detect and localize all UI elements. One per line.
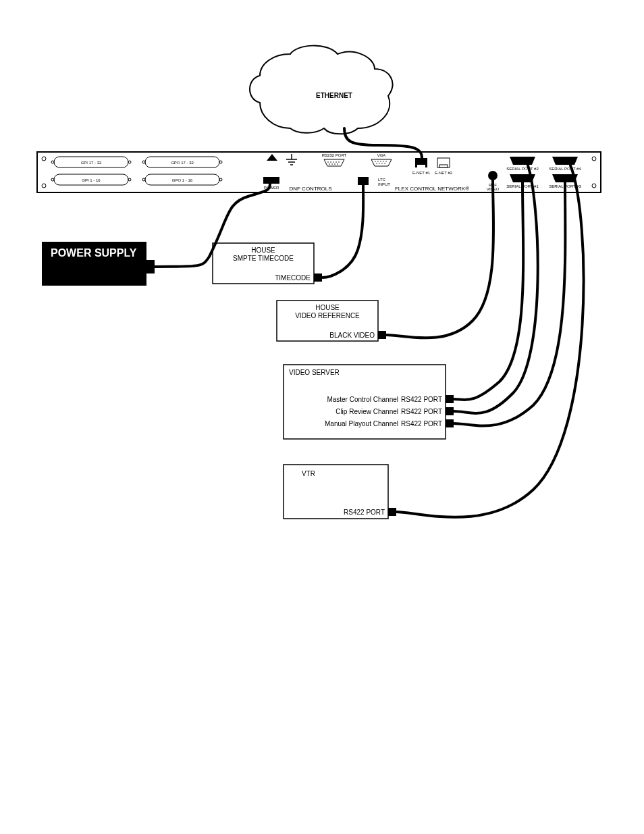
svg-point-23	[333, 161, 334, 163]
svg-point-29	[337, 163, 338, 165]
ltc-label-1: LTC	[378, 178, 386, 182]
svg-point-21	[327, 161, 329, 163]
svg-point-36	[379, 163, 379, 163]
power-supply-label: POWER SUPPLY	[51, 247, 137, 259]
server-row1-name: Master Control Channel	[327, 396, 398, 403]
server-row1-port: RS422 PORT	[401, 396, 442, 403]
server-row3-name: Manual Playout Channel	[325, 420, 398, 427]
svg-point-22	[330, 161, 331, 163]
server-row2-name: Clip Review Channel	[336, 408, 398, 415]
gpi-1-16-label: GPI 1 - 16	[82, 178, 101, 182]
vga-port-icon	[371, 159, 392, 166]
timecode-title-1: HOUSE	[251, 246, 275, 254]
timecode-port-label: TIMECODE	[275, 274, 311, 282]
brand-label: DNF CONTROLS	[289, 186, 331, 192]
videoref-title-2: VIDEO REFERENCE	[295, 312, 360, 319]
enet1-label: E-NET #1	[412, 171, 431, 175]
gpi-17-32-label: GPI 17 - 32	[81, 161, 102, 165]
svg-point-30	[375, 161, 375, 161]
videoref-port-label: BLACK VIDEO	[329, 332, 375, 339]
vtr-port-label: RS422 PORT	[344, 509, 385, 516]
vga-label: VGA	[377, 153, 386, 157]
videoref-title-1: HOUSE	[315, 304, 340, 311]
vtr-box: VTR RS422 PORT	[284, 465, 396, 519]
timecode-title-2: SMPTE TIMECODE	[233, 255, 294, 262]
svg-point-28	[334, 163, 336, 165]
svg-text:SERIAL PORT #2: SERIAL PORT #2	[506, 167, 539, 171]
wiring-diagram: ETHERNET GPI 17 - 32 GPI 1 - 16 GPO 17 -…	[0, 0, 644, 834]
power-plug-icon	[263, 177, 279, 184]
svg-point-27	[331, 163, 333, 165]
svg-point-33	[383, 161, 383, 161]
ethernet-cloud: ETHERNET	[250, 46, 392, 134]
svg-point-37	[381, 163, 382, 163]
svg-point-26	[329, 163, 330, 165]
gpo-17-32-label: GPO 17 - 32	[171, 161, 194, 165]
ltc-label-2: INPUT	[378, 182, 390, 186]
svg-point-31	[377, 161, 378, 161]
svg-point-38	[384, 163, 385, 163]
ref-video-port-icon	[488, 171, 498, 180]
svg-rect-40	[439, 165, 448, 167]
server-row3-port: RS422 PORT	[401, 420, 442, 427]
video-server-title: VIDEO SERVER	[289, 369, 340, 376]
svg-point-25	[338, 161, 340, 163]
power-supply: POWER SUPPLY	[42, 242, 155, 286]
house-timecode-box: HOUSE SMPTE TIMECODE TIMECODE	[213, 243, 322, 284]
rack-panel: GPI 17 - 32 GPI 1 - 16 GPO 17 - 32 GPO 1…	[37, 152, 601, 192]
server-row2-port: RS422 PORT	[401, 408, 442, 415]
ethernet-label: ETHERNET	[316, 92, 352, 99]
rs232-port-icon	[324, 159, 344, 166]
vtr-title: VTR	[302, 470, 315, 477]
gpo-1-16-label: GPO 1 - 16	[172, 178, 193, 182]
svg-point-24	[336, 161, 337, 163]
enet2-label: E-NET #2	[435, 171, 453, 175]
svg-point-35	[376, 163, 377, 163]
svg-point-34	[385, 161, 386, 161]
rs232-label: RS232 PORT	[322, 153, 347, 157]
svg-text:SERIAL PORT #4: SERIAL PORT #4	[549, 167, 581, 171]
svg-rect-39	[417, 165, 425, 167]
svg-point-32	[380, 161, 381, 161]
house-videoref-box: HOUSE VIDEO REFERENCE BLACK VIDEO	[277, 301, 386, 341]
network-label: FLEX CONTROL NETWORK®	[395, 186, 469, 192]
video-server-box: VIDEO SERVER Master Control Channel RS42…	[284, 365, 454, 439]
